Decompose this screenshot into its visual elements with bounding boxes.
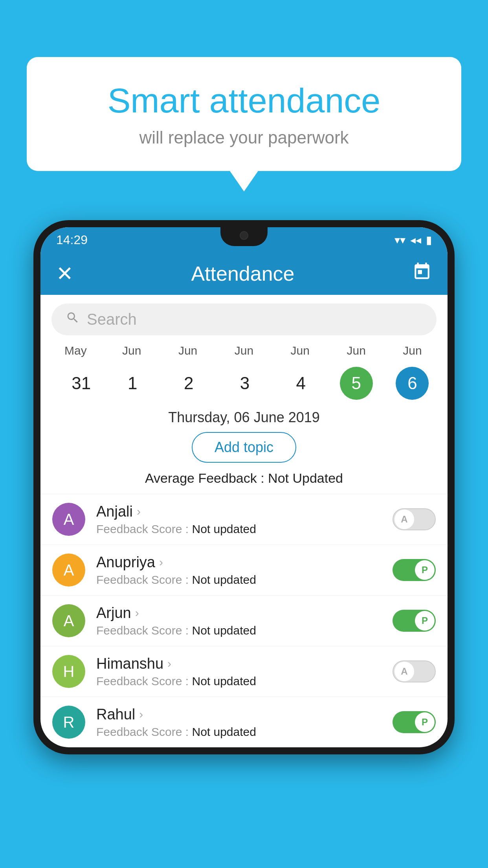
toggle-switch[interactable]: P: [393, 559, 436, 581]
calendar-icon[interactable]: [412, 262, 432, 286]
attendance-toggle[interactable]: P: [393, 559, 436, 581]
status-icons: ▾▾ ◂◂ ▮: [394, 234, 432, 246]
student-feedback: Feedback Score : Not updated: [96, 573, 393, 587]
student-feedback: Feedback Score : Not updated: [96, 522, 393, 536]
wifi-icon: ▾▾: [394, 234, 405, 246]
student-item[interactable]: RRahul ›Feedback Score : Not updatedP: [40, 697, 448, 747]
selected-date: Thursday, 06 June 2019: [40, 400, 448, 432]
calendar-month-label: Jun: [328, 344, 384, 357]
student-item[interactable]: HHimanshu ›Feedback Score : Not updatedA: [40, 646, 448, 697]
feedback-value: Not updated: [192, 675, 256, 688]
calendar-date[interactable]: 3: [240, 368, 248, 399]
calendar-date-item[interactable]: 3: [216, 367, 272, 400]
toggle-knob: A: [394, 662, 414, 681]
student-name: Anjali ›: [96, 503, 393, 520]
toggle-knob: P: [415, 560, 435, 580]
speech-bubble: Smart attendance will replace your paper…: [27, 57, 461, 171]
phone-outer: 14:29 ▾▾ ◂◂ ▮ ✕ Attendance: [33, 220, 455, 754]
calendar-date[interactable]: 5: [340, 367, 373, 400]
calendar-month-label: Jun: [272, 344, 328, 357]
phone-mockup: 14:29 ▾▾ ◂◂ ▮ ✕ Attendance: [33, 220, 455, 868]
student-feedback: Feedback Score : Not updated: [96, 725, 393, 739]
chevron-right-icon: ›: [167, 657, 171, 670]
calendar-date[interactable]: 31: [72, 368, 79, 399]
close-button[interactable]: ✕: [56, 262, 73, 285]
student-name: Anupriya ›: [96, 554, 393, 571]
attendance-toggle[interactable]: P: [393, 711, 436, 733]
student-name: Arjun ›: [96, 605, 393, 622]
feedback-value: Not updated: [192, 624, 256, 637]
phone-screen: 14:29 ▾▾ ◂◂ ▮ ✕ Attendance: [40, 227, 448, 747]
student-item[interactable]: AAnjali ›Feedback Score : Not updatedA: [40, 494, 448, 544]
calendar-date-item[interactable]: 2: [160, 367, 216, 400]
speech-bubble-container: Smart attendance will replace your paper…: [27, 57, 461, 171]
battery-icon: ▮: [426, 234, 432, 246]
student-item[interactable]: AArjun ›Feedback Score : Not updatedP: [40, 595, 448, 646]
feedback-value: Not updated: [192, 573, 256, 586]
signal-icon: ◂◂: [410, 234, 421, 246]
add-topic-button[interactable]: Add topic: [192, 432, 296, 463]
toggle-knob: P: [415, 712, 435, 732]
search-icon: [66, 311, 80, 328]
avg-feedback-value: Not Updated: [268, 471, 343, 485]
calendar-month-label: Jun: [216, 344, 272, 357]
student-list: AAnjali ›Feedback Score : Not updatedAAA…: [40, 494, 448, 747]
search-bar[interactable]: Search: [51, 303, 437, 335]
bubble-title: Smart attendance: [46, 81, 442, 121]
student-info: Rahul ›Feedback Score : Not updated: [96, 706, 393, 739]
calendar-month-label: Jun: [160, 344, 216, 357]
student-info: Anjali ›Feedback Score : Not updated: [96, 503, 393, 536]
calendar-date[interactable]: 4: [296, 368, 304, 399]
feedback-value: Not updated: [192, 522, 256, 535]
status-time: 14:29: [56, 233, 88, 247]
app-header: ✕ Attendance: [40, 252, 448, 295]
toggle-switch[interactable]: P: [393, 711, 436, 733]
bubble-subtitle: will replace your paperwork: [46, 128, 442, 147]
student-feedback: Feedback Score : Not updated: [96, 675, 393, 688]
student-feedback: Feedback Score : Not updated: [96, 624, 393, 637]
toggle-switch[interactable]: A: [393, 508, 436, 530]
student-info: Arjun ›Feedback Score : Not updated: [96, 605, 393, 637]
student-item[interactable]: AAnupriya ›Feedback Score : Not updatedP: [40, 544, 448, 595]
attendance-toggle[interactable]: A: [393, 660, 436, 682]
calendar-month-label: May: [48, 344, 104, 357]
toggle-knob: A: [394, 509, 414, 529]
avg-feedback-label: Average Feedback :: [145, 471, 264, 485]
chevron-right-icon: ›: [137, 505, 141, 518]
feedback-value: Not updated: [192, 725, 256, 738]
chevron-right-icon: ›: [135, 606, 139, 620]
chevron-right-icon: ›: [139, 708, 143, 721]
calendar-date-item[interactable]: 4: [272, 367, 328, 400]
toggle-knob: P: [415, 611, 435, 631]
calendar-date[interactable]: 1: [128, 368, 136, 399]
student-avatar: R: [52, 706, 85, 739]
student-info: Anupriya ›Feedback Score : Not updated: [96, 554, 393, 587]
calendar-date-item[interactable]: 1: [104, 367, 160, 400]
calendar-month-label: Jun: [384, 344, 440, 357]
calendar-date-item[interactable]: 5: [328, 367, 384, 400]
toggle-switch[interactable]: A: [393, 660, 436, 682]
search-placeholder: Search: [87, 311, 137, 328]
chevron-right-icon: ›: [159, 555, 163, 569]
calendar-date[interactable]: 6: [396, 367, 429, 400]
student-name: Rahul ›: [96, 706, 393, 723]
toggle-switch[interactable]: P: [393, 610, 436, 632]
student-avatar: H: [52, 655, 85, 688]
student-info: Himanshu ›Feedback Score : Not updated: [96, 655, 393, 688]
attendance-toggle[interactable]: A: [393, 508, 436, 530]
calendar-month-label: Jun: [104, 344, 160, 357]
calendar-date-item[interactable]: 31: [48, 367, 104, 400]
student-avatar: A: [52, 554, 85, 587]
calendar-months: MayJunJunJunJunJunJun: [40, 344, 448, 357]
student-name: Himanshu ›: [96, 655, 393, 672]
attendance-toggle[interactable]: P: [393, 610, 436, 632]
phone-camera: [240, 231, 248, 240]
header-title: Attendance: [191, 262, 294, 285]
avg-feedback: Average Feedback : Not Updated: [40, 471, 448, 494]
calendar-date[interactable]: 2: [184, 368, 192, 399]
calendar-dates[interactable]: 31123456: [40, 360, 448, 400]
student-avatar: A: [52, 503, 85, 536]
calendar-date-item[interactable]: 6: [384, 367, 440, 400]
student-avatar: A: [52, 604, 85, 637]
